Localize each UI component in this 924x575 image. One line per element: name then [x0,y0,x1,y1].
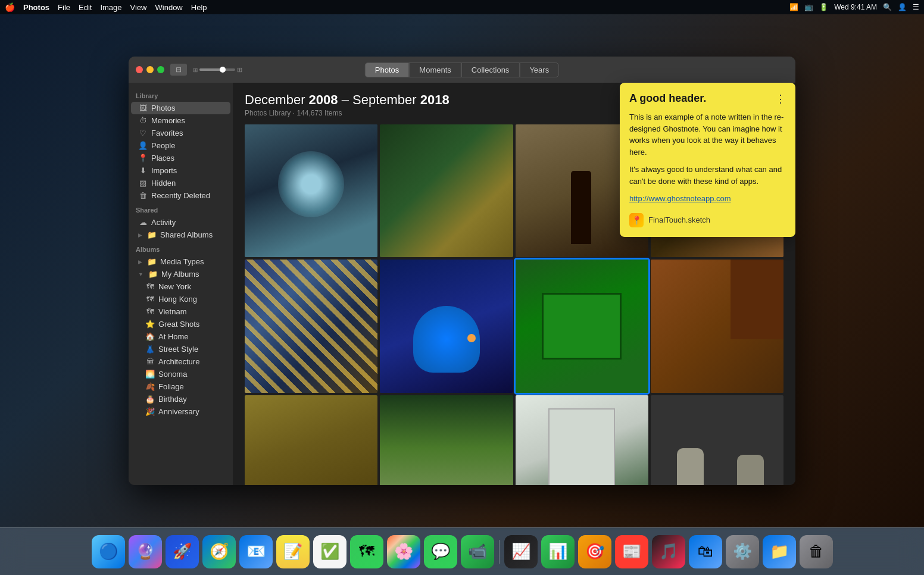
sidebar-toggle[interactable]: ⊟ [170,64,187,76]
tab-collections[interactable]: Collections [461,62,520,77]
zoom-slider[interactable]: ⊞ ⊞ [193,66,242,74]
dock-item-stocks[interactable]: 📈 [504,535,538,568]
control-center-icon[interactable]: ☰ [913,3,919,11]
dock-item-trash[interactable]: 🗑 [800,535,833,568]
photo-cell-11[interactable] [516,395,648,486]
sidebar-item-architecture[interactable]: 🏛 Architecture [131,355,230,368]
menu-edit[interactable]: Edit [79,3,92,12]
foliage-icon: 🍂 [145,382,155,391]
dock-item-appstore[interactable]: 🛍 [689,535,722,568]
photo-cell-6[interactable] [380,260,513,392]
dock-item-music[interactable]: 🎵 [652,535,685,568]
dock-item-mail[interactable]: 📧 [239,535,273,568]
date-range-dash: – September [342,92,420,107]
year-start: 2008 [309,92,338,107]
minimize-button[interactable] [146,66,154,73]
sidebar-item-imports[interactable]: ⬇ Imports [131,164,230,177]
sidebar: Library 🖼 Photos ⏱ Memories ♡ Favorites … [129,83,233,485]
vietnam-icon: 🗺 [145,307,155,316]
menu-help[interactable]: Help [191,3,207,12]
my-albums-icon: 📁 [148,270,158,279]
shared-albums-arrow: ▶ [138,232,142,238]
ghostnote-link[interactable]: http://www.ghostnoteapp.com [629,193,786,205]
dock-item-settings[interactable]: ⚙️ [726,535,759,568]
sidebar-item-foliage[interactable]: 🍂 Foliage [131,380,230,393]
fullscreen-button[interactable] [157,66,164,73]
photo-cell-8[interactable] [651,260,783,392]
safari-icon: 🧭 [210,542,229,561]
sidebar-places-label: Places [151,154,174,162]
dock-item-safari[interactable]: 🧭 [202,535,236,568]
apple-menu[interactable]: 🍎 [5,2,15,12]
dock-item-maps[interactable]: 🗺 [350,535,383,568]
sidebar-item-anniversary[interactable]: 🎉 Anniversary [131,405,230,418]
menu-window[interactable]: Window [155,3,183,12]
activity-icon: ☁ [138,218,148,227]
ghostnote-menu-button[interactable]: ⋮ [775,92,786,105]
sidebar-item-sonoma[interactable]: 🌅 Sonoma [131,368,230,380]
tab-photos[interactable]: Photos [365,62,409,77]
sidebar-item-favorites[interactable]: ♡ Favorites [131,127,230,139]
photo-cell-5[interactable] [245,260,377,392]
menu-view[interactable]: View [130,3,147,12]
sidebar-item-media-types[interactable]: ▶ 📁 Media Types [131,255,230,268]
clock: Wed 9:41 AM [834,3,877,11]
sidebar-item-hidden[interactable]: ▨ Hidden [131,177,230,189]
dock-item-numbers[interactable]: 📊 [541,535,575,568]
notes-icon: 📝 [283,542,302,561]
architecture-icon: 🏛 [145,357,155,366]
sidebar-item-people[interactable]: 👤 People [131,139,230,152]
memories-icon: ⏱ [138,116,148,125]
close-button[interactable] [136,66,143,73]
dock-item-launchpad[interactable]: 🚀 [166,535,199,568]
dock-item-finder[interactable]: 🔵 [92,535,125,568]
sidebar-people-label: People [151,141,175,150]
search-icon[interactable]: 🔍 [883,3,892,11]
sidebar-item-activity[interactable]: ☁ Activity [131,216,230,229]
sidebar-item-street-style[interactable]: 👗 Street Style [131,343,230,355]
dock-item-reminders[interactable]: ✅ [313,535,346,568]
shared-section-label: Shared [129,202,233,216]
photo-cell-2[interactable] [380,124,513,257]
dock-item-news[interactable]: 📰 [615,535,648,568]
sidebar-item-great-shots[interactable]: ⭐ Great Shots [131,318,230,330]
sidebar-item-birthday[interactable]: 🎂 Birthday [131,393,230,405]
sidebar-item-recently-deleted[interactable]: 🗑 Recently Deleted [131,189,230,202]
photo-cell-10[interactable] [380,395,513,486]
sidebar-item-memories[interactable]: ⏱ Memories [131,114,230,127]
dock-item-messages[interactable]: 💬 [424,535,457,568]
sidebar-item-at-home[interactable]: 🏠 At Home [131,330,230,343]
sidebar-item-places[interactable]: 📍 Places [131,152,230,164]
dock-item-notes[interactable]: 📝 [276,535,310,568]
dock-item-keynote[interactable]: 🎯 [578,535,611,568]
dock-item-facetime[interactable]: 📹 [461,535,494,568]
news-icon: 📰 [622,542,641,561]
photos-icon: 🖼 [138,104,148,112]
user-icon[interactable]: 👤 [898,3,907,11]
favorites-icon: ♡ [138,129,148,138]
imports-icon: ⬇ [138,166,148,175]
photo-cell-9[interactable] [245,395,377,486]
sidebar-item-photos[interactable]: 🖼 Photos [131,102,230,114]
sidebar-item-hong-kong[interactable]: 🗺 Hong Kong [131,293,230,305]
menu-image[interactable]: Image [100,3,121,12]
sidebar-item-vietnam[interactable]: 🗺 Vietnam [131,305,230,318]
dock-item-siri[interactable]: 🔮 [129,535,162,568]
photo-cell-1[interactable] [245,124,377,257]
sonoma-icon: 🌅 [145,370,155,379]
sidebar-item-shared-albums[interactable]: ▶ 📁 Shared Albums [131,229,230,241]
tab-years[interactable]: Years [519,62,559,77]
library-section-label: Library [129,88,233,102]
birthday-icon: 🎂 [145,395,155,404]
menu-file[interactable]: File [58,3,70,12]
dock-item-files[interactable]: 📁 [763,535,796,568]
tab-moments[interactable]: Moments [409,62,461,77]
sidebar-item-my-albums[interactable]: ▼ 📁 My Albums [131,268,230,280]
app-name[interactable]: Photos [23,3,49,12]
photo-cell-7[interactable] [516,260,648,392]
sidebar-item-new-york[interactable]: 🗺 New York [131,280,230,293]
dock: 🔵 🔮 🚀 🧭 📧 📝 ✅ 🗺 🌸 💬 📹 📈 📊 🎯 📰 🎵 [0,527,924,575]
photo-cell-12[interactable] [651,395,783,486]
maps-icon: 🗺 [359,542,374,561]
dock-item-photos[interactable]: 🌸 [387,535,420,568]
